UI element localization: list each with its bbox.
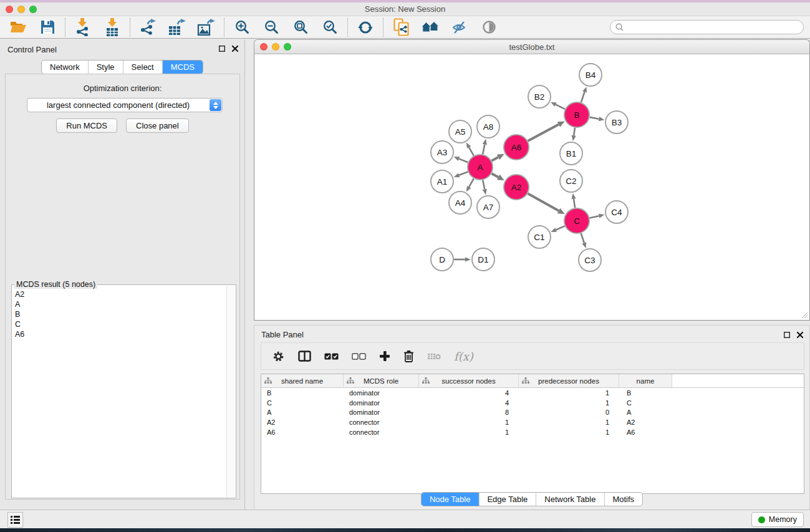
graph-edge-A-A4[interactable]	[469, 178, 474, 186]
import-table-icon[interactable]	[103, 18, 122, 37]
tab-network-table[interactable]: Network Table	[536, 493, 604, 506]
search-field[interactable]	[610, 20, 804, 34]
tab-select[interactable]: Select	[123, 60, 162, 74]
split-columns-icon[interactable]	[298, 351, 311, 362]
table-cell[interactable]: dominator	[344, 409, 419, 416]
graph-edge-C-C4[interactable]	[590, 216, 599, 218]
table-cell[interactable]: dominator	[344, 399, 419, 407]
table-row[interactable]: Bdominator41B	[261, 388, 804, 398]
table-cell[interactable]: 1	[419, 418, 519, 426]
graph-edge-C-C3[interactable]	[581, 233, 584, 243]
network-canvas[interactable]: B4B2BB3A8A5A6A3B1AA1C2A2A4A7C4CC1C3DD1	[254, 54, 810, 321]
column-header-name[interactable]: name	[619, 374, 672, 387]
table-cell[interactable]: A	[261, 409, 344, 416]
delete-column-icon[interactable]	[403, 350, 414, 362]
float-table-panel-icon[interactable]	[784, 332, 790, 338]
zoom-selected-icon[interactable]	[321, 18, 339, 37]
graph-edge-A6-B[interactable]	[528, 125, 559, 141]
graph-edge-B-B4[interactable]	[581, 92, 585, 102]
tab-edge-table[interactable]: Edge Table	[478, 493, 536, 506]
graph-edge-A-A8[interactable]	[483, 144, 485, 154]
criterion-dropdown[interactable]: largest connected component (directed)	[27, 98, 223, 112]
mcds-result-list[interactable]: A2ABCA6	[12, 286, 227, 497]
table-cell[interactable]: connector	[344, 418, 419, 426]
clone-network-icon[interactable]	[392, 18, 410, 37]
search-input[interactable]	[627, 22, 798, 32]
export-table-icon[interactable]	[168, 18, 186, 37]
close-table-panel-icon[interactable]	[797, 332, 803, 338]
select-all-checkboxes-icon[interactable]	[324, 353, 339, 360]
close-panel-button[interactable]: Close panel	[126, 118, 189, 133]
home-icon[interactable]	[421, 18, 440, 37]
graph-edge-C-C2[interactable]	[574, 199, 575, 208]
table-cell[interactable]: 1	[519, 389, 619, 397]
resize-grip-icon[interactable]	[801, 311, 808, 319]
table-cell[interactable]: 1	[519, 399, 619, 407]
deselect-all-checkboxes-icon[interactable]	[352, 353, 366, 360]
column-header-successor-nodes[interactable]: successor nodes	[419, 374, 519, 387]
table-cell[interactable]: A	[619, 409, 672, 416]
table-cell[interactable]: dominator	[344, 389, 419, 397]
table-cell[interactable]: A6	[619, 428, 672, 436]
result-scrollbar[interactable]	[226, 286, 235, 497]
network-graph[interactable]: B4B2BB3A8A5A6A3B1AA1C2A2A4A7C4CC1C3DD1	[254, 54, 809, 320]
export-network-icon[interactable]	[138, 18, 157, 37]
table-cell[interactable]: 1	[519, 418, 619, 426]
add-column-icon[interactable]	[379, 351, 390, 362]
column-header-MCDS-role[interactable]: MCDS role	[344, 374, 419, 387]
save-icon[interactable]	[38, 18, 57, 37]
table-header-row[interactable]: shared nameMCDS rolesuccessor nodesprede…	[261, 374, 804, 388]
memory-button[interactable]: Memory	[751, 512, 804, 527]
zoom-out-icon[interactable]	[262, 18, 281, 37]
table-cell[interactable]: connector	[344, 428, 419, 436]
hide-eye-icon[interactable]	[450, 18, 469, 37]
table-cell[interactable]: B	[619, 389, 672, 397]
table-cell[interactable]: 8	[419, 409, 519, 416]
table-row[interactable]: Cdominator41C	[261, 398, 804, 408]
tab-mcds[interactable]: MCDS	[162, 60, 203, 74]
graph-edge-B-B1[interactable]	[574, 128, 575, 136]
graph-edge-A-A1[interactable]	[459, 172, 468, 175]
table-cell[interactable]: A6	[261, 428, 344, 436]
tab-motifs[interactable]: Motifs	[604, 493, 642, 506]
table-cell[interactable]: 1	[519, 428, 619, 436]
open-folder-icon[interactable]	[9, 18, 27, 37]
export-image-icon[interactable]	[197, 18, 216, 37]
network-window-titlebar[interactable]: testGlobe.txt	[254, 39, 810, 54]
refresh-layout-icon[interactable]	[356, 18, 375, 37]
zoom-in-icon[interactable]	[233, 18, 251, 37]
graph-edge-C-C1[interactable]	[556, 226, 565, 230]
contrast-eye-icon[interactable]	[480, 18, 498, 37]
run-mcds-button[interactable]: Run MCDS	[56, 118, 117, 133]
result-item[interactable]: A2	[15, 289, 227, 299]
table-body[interactable]: Bdominator41BCdominator41CAdominator80AA…	[261, 388, 804, 437]
zoom-fit-icon[interactable]	[291, 18, 310, 37]
graph-edge-B-B2[interactable]	[556, 105, 565, 109]
graph-edge-B-B3[interactable]	[590, 117, 599, 119]
graph-edge-A-A2[interactable]	[491, 173, 498, 177]
graph-edge-A-A3[interactable]	[459, 159, 468, 163]
graph-edge-A-A5[interactable]	[469, 147, 474, 155]
column-header-shared-name[interactable]: shared name	[261, 374, 344, 387]
settings-gear-icon[interactable]	[272, 350, 285, 363]
task-history-button[interactable]	[7, 512, 23, 528]
float-panel-icon[interactable]	[219, 46, 225, 52]
graph-edge-A-A7[interactable]	[483, 180, 485, 190]
graph-edge-A-A6[interactable]	[491, 157, 498, 161]
result-item[interactable]: A	[15, 299, 227, 309]
table-cell[interactable]: 4	[419, 399, 519, 407]
tab-network[interactable]: Network	[42, 60, 88, 74]
node-table[interactable]: shared nameMCDS rolesuccessor nodesprede…	[261, 374, 804, 494]
table-cell[interactable]: C	[619, 399, 672, 407]
result-item[interactable]: A6	[15, 329, 227, 339]
import-network-icon[interactable]	[74, 18, 92, 37]
column-header-predecessor-nodes[interactable]: predecessor nodes	[519, 374, 619, 387]
table-cell[interactable]: C	[261, 399, 344, 407]
graph-edge-A2-C[interactable]	[528, 193, 559, 211]
table-cell[interactable]: 0	[519, 409, 619, 416]
tab-node-table[interactable]: Node Table	[422, 493, 479, 506]
tab-style[interactable]: Style	[88, 60, 123, 74]
result-item[interactable]: C	[15, 319, 227, 329]
table-cell[interactable]: A2	[261, 418, 344, 426]
table-cell[interactable]: 1	[419, 428, 519, 436]
